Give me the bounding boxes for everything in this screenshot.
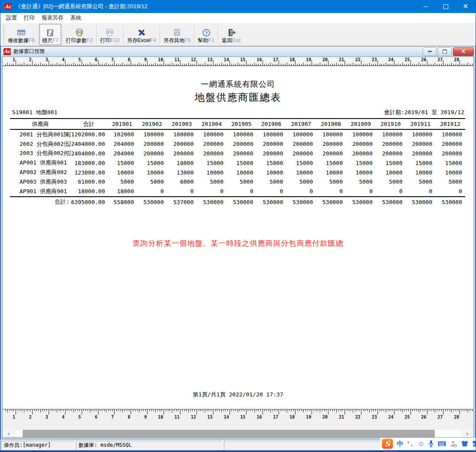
keyboard-icon[interactable] [438,441,446,447]
month-value-cell: 10000 [376,169,406,176]
month-value-cell: 10000 [227,169,256,176]
toolbar-print-button[interactable]: 打印F10 [98,24,122,45]
toolbar-help-button[interactable]: ?幫助F1 [195,24,217,45]
emoji-icon[interactable]: ☺ [418,440,424,447]
traditional-mode-icon[interactable]: 繁 [473,440,476,447]
preview-title: 數據窗口預覽 [13,48,45,55]
scroll-right-button[interactable]: › [461,430,473,437]
table-header-cell: 201906 [256,121,286,127]
month-value-cell: 200000 [286,150,316,157]
month-value-cell: 18000 [167,160,197,166]
table-row: 2002 分包商002伍記2404000.0020400020000020000… [10,139,465,149]
toolbar-save-excel-button[interactable]: 另存ExcelF4 [125,24,159,45]
total-cell: 2404000.00 [71,141,107,147]
month-total-cell: 530000 [197,199,227,205]
preview-body: 1234567891011121314151617181920212223242… [2,56,474,438]
ruler-number: 4 [55,415,65,419]
menu-item-save-report-as[interactable]: 報表另存 [38,13,67,23]
month-value-cell: 100000 [167,131,197,138]
month-value-cell: 5000 [376,178,406,185]
ruler-number: 5 [72,57,81,62]
total-label-cell: 合計: [10,198,71,206]
help-icon: ? [202,28,210,37]
month-value-cell: 0 [137,188,167,195]
toolbar-back-button[interactable]: 返回Esc [219,24,243,45]
preview-restore-button[interactable] [438,47,452,56]
month-value-cell: 5000 [316,178,346,185]
toolbar-ruler-button[interactable]: 標尺F7 [39,24,61,45]
month-total-cell: 537000 [167,199,197,205]
month-value-cell: 204000 [107,150,137,157]
window-bottom-border [0,450,476,452]
month-value-cell: 15000 [227,160,256,166]
month-value-cell: 0 [227,188,256,195]
chinese-mode-icon[interactable]: 中 [397,440,404,447]
toolbar-button-label: 標尺F7 [42,37,59,44]
app-window: Ac 《會計通》[02]一網通系統有限公司 - 會計期:2019/12 ✕ 設置… [0,0,476,452]
month-value-cell: 10000 [256,169,286,176]
ruler-number: 23 [368,57,377,62]
toolbar-button-label: 另存ExcelF4 [127,37,156,44]
table-header-cell: 201907 [286,121,316,127]
ruler-number: 19 [302,57,311,62]
toolbar-button-label: 修改數據F6 [8,37,35,44]
menu-item-print[interactable]: 打印 [20,13,38,23]
month-value-cell: 200000 [227,150,256,157]
table-header-cell: 201911 [406,121,436,127]
supplier-cell: 2003 分包商002何記 [10,149,71,157]
sogou-logo-icon[interactable]: S [382,439,393,449]
ruler-number: 2 [22,57,32,62]
ruler-number: 18 [285,57,295,62]
report-company-name: 一網通系統有限公司 [3,79,473,89]
month-value-cell: 200000 [167,150,197,157]
supplier-cell: AP001 供應商001 [10,159,71,167]
report-site-code: S19001 地盤001 [12,109,57,116]
menu-item-settings[interactable]: 設置 [3,13,20,23]
account-icon[interactable] [450,440,457,447]
supplier-cell: AP002 供應商002 [10,168,71,176]
skin-icon[interactable] [461,440,469,447]
ruler-number: 16 [253,57,262,62]
total-cell: 18000.00 [71,188,107,195]
month-value-cell: 5000 [256,178,286,185]
report-title: 地盤供應商匯總表 [3,91,473,104]
table-header-cell: 201912 [435,121,465,127]
close-button[interactable]: ✕ [456,0,476,13]
month-value-cell: 5000 [435,178,465,185]
horizontal-scrollbar[interactable]: ‹ › [3,430,473,437]
menu-item-system[interactable]: 系統 [67,13,85,23]
month-total-cell: 530000 [406,199,436,205]
toolbar-edit-data-button[interactable]: 修改數據F6 [5,24,37,45]
month-value-cell: 100000 [197,131,227,138]
month-total-cell: 530000 [286,199,316,205]
close-icon: ✕ [461,49,466,54]
toolbar-print-params-button[interactable]: 打印參數F2 [63,24,95,45]
toolbar-separator [38,25,39,44]
mdi-area: Ac 數據窗口預覽 ✕ 1234567891011121314151617181… [0,46,476,439]
ruler-number: 3 [39,57,48,62]
table-row: 2001 分包商001陳記1202000.0010200010000010000… [10,130,465,139]
maximize-button[interactable] [436,0,456,13]
preview-minimize-button[interactable] [423,47,437,56]
microphone-icon[interactable] [428,440,434,448]
month-value-cell: 0 [376,188,406,195]
toolbar-separator [123,25,124,44]
punctuation-icon[interactable]: °， [407,441,414,446]
month-value-cell: 0 [406,188,436,195]
ruler-number: 15 [236,415,246,419]
toolbar-save-other-button[interactable]: 另存其他F5 [161,24,193,45]
month-value-cell: 5000 [286,178,316,185]
month-value-cell: 200000 [256,150,286,157]
supplier-cell: 2001 分包商001陳記 [10,131,71,139]
ruler-number: 10 [154,57,163,62]
minimize-button[interactable] [416,0,436,13]
table-row: AP003 供應商00361000.0050005000600050005000… [10,177,465,187]
month-value-cell: 0 [256,188,286,195]
ruler-number: 24 [384,57,394,62]
scrollbar-thumb[interactable] [23,430,435,437]
preview-close-button[interactable]: ✕ [453,47,474,56]
scroll-left-button[interactable]: ‹ [3,430,15,437]
month-value-cell: 15000 [376,160,406,166]
ruler-number: 6 [88,57,98,62]
month-value-cell: 200000 [256,141,286,147]
